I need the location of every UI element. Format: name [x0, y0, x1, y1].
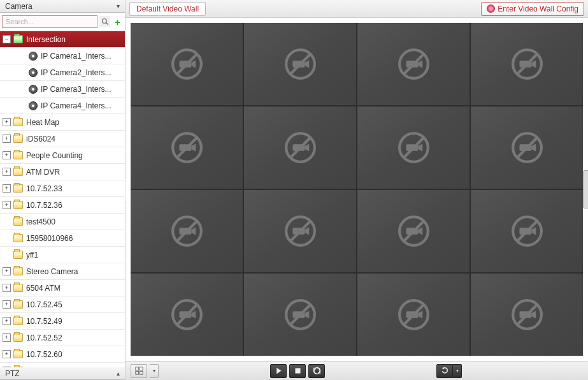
undo-icon [441, 367, 449, 375]
expand-icon[interactable]: + [3, 267, 11, 275]
video-tile[interactable] [357, 274, 470, 356]
video-tile[interactable] [131, 190, 243, 272]
tree-node[interactable]: +ATM DVR [0, 164, 125, 180]
undo-button[interactable] [436, 364, 453, 378]
tree-node[interactable]: +Stereo Camera [0, 263, 125, 280]
svg-rect-43 [292, 311, 305, 318]
video-tile[interactable] [131, 23, 243, 105]
folder-icon [13, 168, 23, 176]
expand-icon[interactable]: + [3, 300, 11, 309]
tree-node-label: 10.7.52.36 [26, 201, 62, 210]
tree-node[interactable]: +10.7.52.49 [0, 313, 125, 330]
svg-rect-52 [135, 371, 138, 374]
expand-icon[interactable]: + [3, 201, 11, 209]
tree-node[interactable]: IP Camera1_Inters... [0, 48, 125, 64]
svg-rect-25 [519, 144, 531, 150]
svg-rect-4 [179, 61, 191, 67]
expand-icon[interactable]: + [3, 317, 11, 325]
expand-icon[interactable]: + [3, 168, 11, 176]
ptz-panel-header[interactable]: PTZ ▴ [0, 367, 125, 380]
video-tile[interactable] [471, 274, 583, 356]
tree-node[interactable]: IP Camera3_Inters... [0, 81, 125, 98]
tree-node[interactable]: −Intersection [0, 31, 125, 48]
refresh-icon [313, 367, 321, 375]
tree-node[interactable]: yff1 [0, 247, 125, 263]
tree-node-label: 10.7.52.33 [26, 184, 62, 193]
refresh-button[interactable] [308, 364, 325, 378]
tab-default-video-wall[interactable]: Default Video Wall [129, 2, 206, 16]
tree-node[interactable]: +10.7.52.36 [0, 197, 125, 214]
layout-dropdown[interactable]: ▾ [150, 364, 159, 378]
tree-node-label: 10.7.52.60 [26, 350, 62, 359]
video-tile[interactable] [131, 106, 243, 189]
video-tile[interactable] [471, 190, 583, 272]
tree-node[interactable]: +People Counting [0, 147, 125, 164]
collapse-icon[interactable]: − [3, 35, 11, 43]
folder-icon [13, 118, 23, 126]
tree-node[interactable]: +10.7.52.61 [0, 363, 125, 367]
folder-icon [13, 333, 23, 342]
tree-node[interactable]: +Heat Map [0, 114, 125, 131]
tree-node-label: IP Camera2_Inters... [41, 68, 111, 77]
no-signal-icon [169, 47, 204, 82]
video-tile[interactable] [471, 23, 583, 105]
expand-icon[interactable]: + [3, 135, 11, 143]
search-row: + [0, 13, 125, 31]
expand-icon[interactable]: + [3, 350, 11, 358]
search-button[interactable] [99, 16, 110, 27]
play-button[interactable] [270, 364, 287, 378]
video-tile[interactable] [357, 23, 470, 105]
search-input[interactable] [2, 15, 97, 28]
no-signal-icon [396, 297, 431, 332]
no-signal-icon [283, 47, 318, 82]
tree-node-label: 15958010966 [26, 234, 73, 243]
folder-icon [13, 284, 23, 292]
layout-button[interactable] [131, 364, 147, 378]
no-signal-icon [510, 214, 545, 249]
expand-icon[interactable]: + [3, 184, 11, 193]
expand-icon[interactable]: + [3, 333, 11, 342]
chevron-up-icon: ▴ [117, 370, 120, 377]
no-signal-icon [169, 297, 204, 332]
add-button[interactable]: + [112, 16, 123, 27]
video-tile[interactable] [471, 106, 583, 189]
expand-right-handle[interactable] [583, 170, 588, 208]
expand-icon[interactable]: + [3, 118, 11, 126]
video-wall-wrap [125, 18, 588, 361]
video-tile[interactable] [244, 106, 356, 189]
folder-icon [13, 267, 23, 275]
video-tile[interactable] [244, 274, 356, 356]
expand-icon[interactable]: + [3, 284, 11, 292]
tree-node[interactable]: IP Camera2_Inters... [0, 64, 125, 81]
video-tile[interactable] [131, 274, 243, 356]
tree-node[interactable]: +6504 ATM [0, 280, 125, 296]
expand-icon[interactable]: + [3, 151, 11, 159]
tree-node[interactable]: +10.7.52.52 [0, 330, 125, 346]
tree-node[interactable]: IP Camera4_Inters... [0, 98, 125, 114]
folder-icon [13, 317, 23, 325]
svg-rect-53 [140, 371, 143, 374]
sidebar: Camera ▾ + −IntersectionIP Camera1_Inter… [0, 0, 125, 380]
video-tile[interactable] [357, 190, 470, 272]
svg-rect-28 [179, 228, 191, 234]
video-tile[interactable] [357, 106, 470, 189]
folder-icon [13, 367, 23, 367]
tree-node[interactable]: 15958010966 [0, 230, 125, 247]
undo-dropdown[interactable]: ▾ [453, 364, 462, 378]
folder-icon [13, 234, 23, 242]
camera-tree[interactable]: −IntersectionIP Camera1_Inters...IP Came… [0, 31, 125, 367]
folder-icon [13, 217, 23, 226]
stop-button[interactable] [289, 364, 306, 378]
enter-video-wall-config-button[interactable]: Enter Video Wall Config [481, 2, 584, 16]
folder-icon [13, 251, 23, 259]
tree-node[interactable]: +iDS6024 [0, 131, 125, 147]
video-tile[interactable] [244, 190, 356, 272]
tree-node[interactable]: +10.7.52.60 [0, 346, 125, 363]
camera-panel-header[interactable]: Camera ▾ [0, 0, 125, 13]
video-tile[interactable] [244, 23, 356, 105]
camera-icon [29, 68, 38, 77]
tree-node[interactable]: +10.7.52.33 [0, 180, 125, 197]
tree-node[interactable]: +10.7.52.45 [0, 296, 125, 313]
tree-node[interactable]: test4500 [0, 214, 125, 230]
svg-rect-40 [179, 311, 191, 318]
